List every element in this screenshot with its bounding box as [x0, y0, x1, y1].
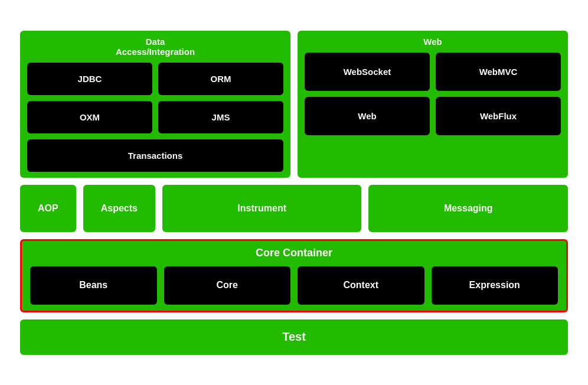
- core-item: Core: [164, 266, 291, 305]
- data-access-items: JDBC ORM OXM JMS Transactions: [27, 63, 283, 172]
- core-container-box: Core Container Beans Core Context Expres…: [20, 239, 568, 312]
- expression-item: Expression: [432, 266, 558, 305]
- middle-row: AOP Aspects Instrument Messaging: [20, 185, 568, 232]
- web-box: Web WebSocket WebMVC Web WebFlux: [298, 31, 568, 178]
- context-item: Context: [298, 266, 424, 305]
- aspects-box: Aspects: [83, 185, 155, 232]
- data-access-title: DataAccess/Integration: [116, 37, 195, 57]
- orm-item: ORM: [158, 63, 283, 95]
- core-container-items: Beans Core Context Expression: [30, 266, 558, 305]
- beans-item: Beans: [30, 266, 157, 305]
- web-items: WebSocket WebMVC Web WebFlux: [305, 53, 561, 135]
- transactions-item: Transactions: [27, 139, 283, 172]
- messaging-box: Messaging: [368, 185, 568, 232]
- data-access-box: DataAccess/Integration JDBC ORM OXM JMS …: [20, 31, 290, 178]
- oxm-item: OXM: [27, 101, 152, 133]
- core-container-title: Core Container: [256, 247, 332, 259]
- websocket-item: WebSocket: [305, 53, 430, 91]
- test-bar: Test: [20, 319, 568, 355]
- webflux-item: WebFlux: [436, 97, 561, 135]
- jdbc-item: JDBC: [27, 63, 152, 95]
- web-item: Web: [305, 97, 430, 135]
- web-title: Web: [423, 37, 442, 47]
- aop-box: AOP: [20, 185, 76, 232]
- instrument-box: Instrument: [162, 185, 362, 232]
- jms-item: JMS: [158, 101, 283, 133]
- spring-framework-diagram: DataAccess/Integration JDBC ORM OXM JMS …: [11, 21, 577, 364]
- top-row: DataAccess/Integration JDBC ORM OXM JMS …: [20, 31, 568, 178]
- webmvc-item: WebMVC: [436, 53, 561, 91]
